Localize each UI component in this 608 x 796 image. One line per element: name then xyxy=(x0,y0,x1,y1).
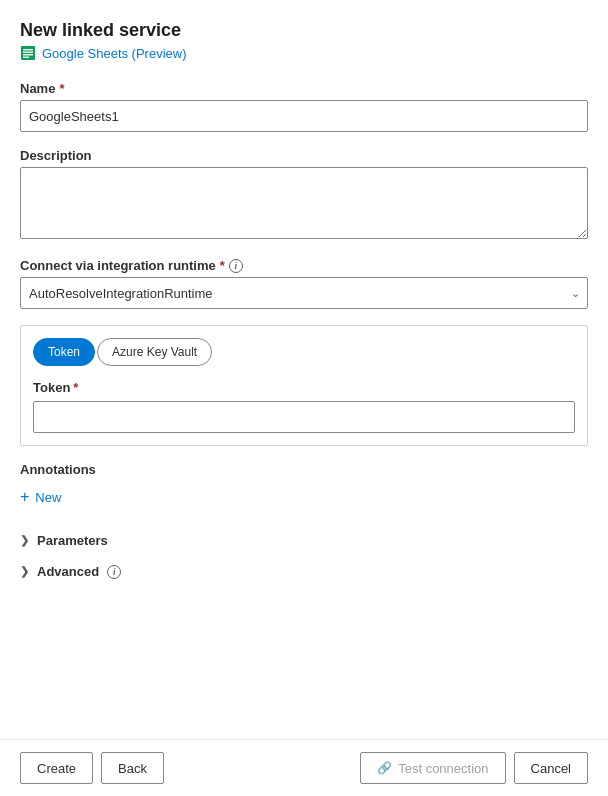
advanced-toggle[interactable]: ❯ Advanced i xyxy=(20,556,121,587)
svg-rect-3 xyxy=(23,54,33,56)
create-button[interactable]: Create xyxy=(20,752,93,784)
page-title: New linked service xyxy=(20,20,588,41)
token-label: Token * xyxy=(33,380,575,395)
cancel-button[interactable]: Cancel xyxy=(514,752,588,784)
link-icon: 🔗 xyxy=(377,761,392,775)
svg-rect-1 xyxy=(23,49,33,51)
description-input[interactable] xyxy=(20,167,588,239)
parameters-chevron-icon: ❯ xyxy=(20,534,29,547)
annotations-label: Annotations xyxy=(20,462,588,477)
plus-icon: + xyxy=(20,489,29,505)
test-connection-button[interactable]: 🔗 Test connection xyxy=(360,752,505,784)
token-tab[interactable]: Token xyxy=(33,338,95,366)
advanced-info-icon[interactable]: i xyxy=(107,565,121,579)
azure-key-vault-tab[interactable]: Azure Key Vault xyxy=(97,338,212,366)
auth-tab-row: Token Azure Key Vault xyxy=(33,338,575,366)
name-required: * xyxy=(59,81,64,96)
runtime-required: * xyxy=(220,258,225,273)
name-input[interactable] xyxy=(20,100,588,132)
parameters-toggle[interactable]: ❯ Parameters xyxy=(20,525,108,556)
runtime-info-icon[interactable]: i xyxy=(229,259,243,273)
service-subtitle: Google Sheets (Preview) xyxy=(42,46,187,61)
add-annotation-button[interactable]: + New xyxy=(20,485,61,509)
footer: Create Back 🔗 Test connection Cancel xyxy=(0,739,608,796)
svg-rect-4 xyxy=(23,57,29,59)
token-input[interactable] xyxy=(33,401,575,433)
description-label: Description xyxy=(20,148,588,163)
advanced-chevron-icon: ❯ xyxy=(20,565,29,578)
sheets-icon xyxy=(20,45,36,61)
back-button[interactable]: Back xyxy=(101,752,164,784)
runtime-label: Connect via integration runtime * i xyxy=(20,258,588,273)
auth-section: Token Azure Key Vault Token * xyxy=(20,325,588,446)
token-required: * xyxy=(73,380,78,395)
name-label: Name * xyxy=(20,81,588,96)
annotations-section: Annotations + New xyxy=(20,462,588,509)
svg-rect-2 xyxy=(23,52,33,54)
runtime-select[interactable]: AutoResolveIntegrationRuntime xyxy=(20,277,588,309)
